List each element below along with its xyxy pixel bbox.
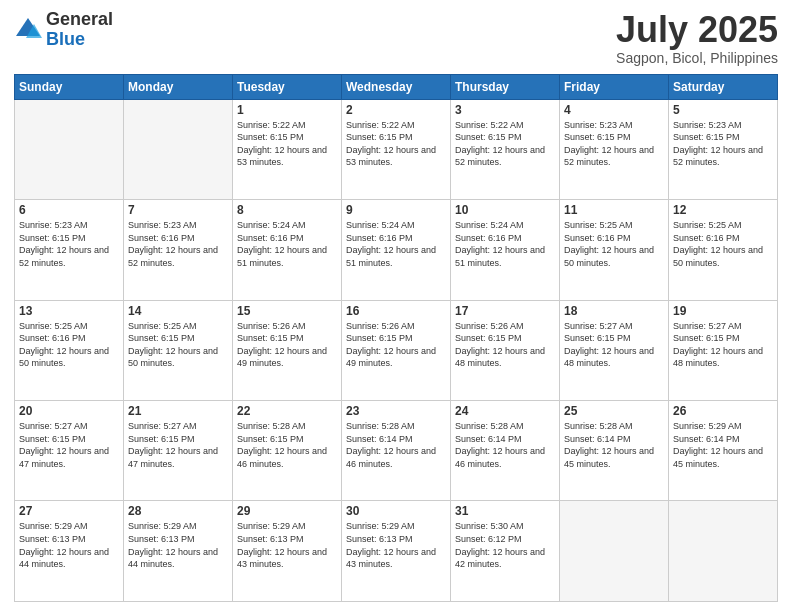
day-info: Sunrise: 5:24 AM Sunset: 6:16 PM Dayligh… bbox=[237, 219, 337, 269]
calendar-cell: 18Sunrise: 5:27 AM Sunset: 6:15 PM Dayli… bbox=[560, 300, 669, 400]
calendar-cell: 26Sunrise: 5:29 AM Sunset: 6:14 PM Dayli… bbox=[669, 401, 778, 501]
day-number: 8 bbox=[237, 203, 337, 217]
col-friday: Friday bbox=[560, 74, 669, 99]
day-number: 28 bbox=[128, 504, 228, 518]
day-info: Sunrise: 5:23 AM Sunset: 6:15 PM Dayligh… bbox=[19, 219, 119, 269]
day-info: Sunrise: 5:26 AM Sunset: 6:15 PM Dayligh… bbox=[455, 320, 555, 370]
calendar-week-row: 6Sunrise: 5:23 AM Sunset: 6:15 PM Daylig… bbox=[15, 200, 778, 300]
day-info: Sunrise: 5:29 AM Sunset: 6:13 PM Dayligh… bbox=[128, 520, 228, 570]
calendar-cell: 3Sunrise: 5:22 AM Sunset: 6:15 PM Daylig… bbox=[451, 99, 560, 199]
day-number: 12 bbox=[673, 203, 773, 217]
day-number: 22 bbox=[237, 404, 337, 418]
calendar-cell bbox=[124, 99, 233, 199]
calendar-cell: 6Sunrise: 5:23 AM Sunset: 6:15 PM Daylig… bbox=[15, 200, 124, 300]
logo-text: General Blue bbox=[46, 10, 113, 50]
calendar-cell: 19Sunrise: 5:27 AM Sunset: 6:15 PM Dayli… bbox=[669, 300, 778, 400]
day-info: Sunrise: 5:24 AM Sunset: 6:16 PM Dayligh… bbox=[455, 219, 555, 269]
day-info: Sunrise: 5:27 AM Sunset: 6:15 PM Dayligh… bbox=[19, 420, 119, 470]
col-saturday: Saturday bbox=[669, 74, 778, 99]
calendar-cell: 8Sunrise: 5:24 AM Sunset: 6:16 PM Daylig… bbox=[233, 200, 342, 300]
day-number: 20 bbox=[19, 404, 119, 418]
day-number: 15 bbox=[237, 304, 337, 318]
day-number: 11 bbox=[564, 203, 664, 217]
col-sunday: Sunday bbox=[15, 74, 124, 99]
day-info: Sunrise: 5:29 AM Sunset: 6:14 PM Dayligh… bbox=[673, 420, 773, 470]
calendar-week-row: 27Sunrise: 5:29 AM Sunset: 6:13 PM Dayli… bbox=[15, 501, 778, 602]
calendar-cell: 15Sunrise: 5:26 AM Sunset: 6:15 PM Dayli… bbox=[233, 300, 342, 400]
day-number: 30 bbox=[346, 504, 446, 518]
calendar-cell: 23Sunrise: 5:28 AM Sunset: 6:14 PM Dayli… bbox=[342, 401, 451, 501]
logo-icon bbox=[14, 16, 42, 44]
day-number: 10 bbox=[455, 203, 555, 217]
day-info: Sunrise: 5:22 AM Sunset: 6:15 PM Dayligh… bbox=[455, 119, 555, 169]
day-info: Sunrise: 5:29 AM Sunset: 6:13 PM Dayligh… bbox=[346, 520, 446, 570]
calendar-cell: 16Sunrise: 5:26 AM Sunset: 6:15 PM Dayli… bbox=[342, 300, 451, 400]
calendar-week-row: 20Sunrise: 5:27 AM Sunset: 6:15 PM Dayli… bbox=[15, 401, 778, 501]
day-number: 6 bbox=[19, 203, 119, 217]
calendar-cell: 28Sunrise: 5:29 AM Sunset: 6:13 PM Dayli… bbox=[124, 501, 233, 602]
calendar-cell: 1Sunrise: 5:22 AM Sunset: 6:15 PM Daylig… bbox=[233, 99, 342, 199]
day-number: 5 bbox=[673, 103, 773, 117]
day-info: Sunrise: 5:27 AM Sunset: 6:15 PM Dayligh… bbox=[564, 320, 664, 370]
day-number: 18 bbox=[564, 304, 664, 318]
logo-blue-text: Blue bbox=[46, 30, 113, 50]
day-info: Sunrise: 5:24 AM Sunset: 6:16 PM Dayligh… bbox=[346, 219, 446, 269]
day-info: Sunrise: 5:23 AM Sunset: 6:15 PM Dayligh… bbox=[564, 119, 664, 169]
day-number: 2 bbox=[346, 103, 446, 117]
day-number: 29 bbox=[237, 504, 337, 518]
day-info: Sunrise: 5:28 AM Sunset: 6:15 PM Dayligh… bbox=[237, 420, 337, 470]
calendar-cell bbox=[560, 501, 669, 602]
day-info: Sunrise: 5:26 AM Sunset: 6:15 PM Dayligh… bbox=[237, 320, 337, 370]
day-info: Sunrise: 5:25 AM Sunset: 6:16 PM Dayligh… bbox=[564, 219, 664, 269]
day-number: 4 bbox=[564, 103, 664, 117]
col-monday: Monday bbox=[124, 74, 233, 99]
calendar-cell: 31Sunrise: 5:30 AM Sunset: 6:12 PM Dayli… bbox=[451, 501, 560, 602]
day-number: 9 bbox=[346, 203, 446, 217]
calendar-cell: 17Sunrise: 5:26 AM Sunset: 6:15 PM Dayli… bbox=[451, 300, 560, 400]
month-title: July 2025 bbox=[616, 10, 778, 50]
day-number: 1 bbox=[237, 103, 337, 117]
day-info: Sunrise: 5:30 AM Sunset: 6:12 PM Dayligh… bbox=[455, 520, 555, 570]
day-info: Sunrise: 5:22 AM Sunset: 6:15 PM Dayligh… bbox=[346, 119, 446, 169]
calendar-cell bbox=[669, 501, 778, 602]
day-number: 26 bbox=[673, 404, 773, 418]
day-info: Sunrise: 5:22 AM Sunset: 6:15 PM Dayligh… bbox=[237, 119, 337, 169]
calendar-cell: 29Sunrise: 5:29 AM Sunset: 6:13 PM Dayli… bbox=[233, 501, 342, 602]
calendar-cell bbox=[15, 99, 124, 199]
day-info: Sunrise: 5:28 AM Sunset: 6:14 PM Dayligh… bbox=[346, 420, 446, 470]
day-info: Sunrise: 5:25 AM Sunset: 6:16 PM Dayligh… bbox=[19, 320, 119, 370]
calendar-header-row: Sunday Monday Tuesday Wednesday Thursday… bbox=[15, 74, 778, 99]
calendar-cell: 10Sunrise: 5:24 AM Sunset: 6:16 PM Dayli… bbox=[451, 200, 560, 300]
location-subtitle: Sagpon, Bicol, Philippines bbox=[616, 50, 778, 66]
calendar-cell: 20Sunrise: 5:27 AM Sunset: 6:15 PM Dayli… bbox=[15, 401, 124, 501]
day-info: Sunrise: 5:28 AM Sunset: 6:14 PM Dayligh… bbox=[455, 420, 555, 470]
day-number: 16 bbox=[346, 304, 446, 318]
day-info: Sunrise: 5:27 AM Sunset: 6:15 PM Dayligh… bbox=[128, 420, 228, 470]
day-number: 7 bbox=[128, 203, 228, 217]
calendar-week-row: 1Sunrise: 5:22 AM Sunset: 6:15 PM Daylig… bbox=[15, 99, 778, 199]
calendar-table: Sunday Monday Tuesday Wednesday Thursday… bbox=[14, 74, 778, 602]
day-info: Sunrise: 5:26 AM Sunset: 6:15 PM Dayligh… bbox=[346, 320, 446, 370]
calendar-cell: 14Sunrise: 5:25 AM Sunset: 6:15 PM Dayli… bbox=[124, 300, 233, 400]
calendar-cell: 11Sunrise: 5:25 AM Sunset: 6:16 PM Dayli… bbox=[560, 200, 669, 300]
calendar-week-row: 13Sunrise: 5:25 AM Sunset: 6:16 PM Dayli… bbox=[15, 300, 778, 400]
day-number: 13 bbox=[19, 304, 119, 318]
col-wednesday: Wednesday bbox=[342, 74, 451, 99]
day-number: 23 bbox=[346, 404, 446, 418]
calendar-cell: 5Sunrise: 5:23 AM Sunset: 6:15 PM Daylig… bbox=[669, 99, 778, 199]
day-info: Sunrise: 5:29 AM Sunset: 6:13 PM Dayligh… bbox=[19, 520, 119, 570]
day-info: Sunrise: 5:23 AM Sunset: 6:15 PM Dayligh… bbox=[673, 119, 773, 169]
logo: General Blue bbox=[14, 10, 113, 50]
day-number: 24 bbox=[455, 404, 555, 418]
day-number: 25 bbox=[564, 404, 664, 418]
day-info: Sunrise: 5:25 AM Sunset: 6:16 PM Dayligh… bbox=[673, 219, 773, 269]
day-info: Sunrise: 5:29 AM Sunset: 6:13 PM Dayligh… bbox=[237, 520, 337, 570]
calendar-cell: 9Sunrise: 5:24 AM Sunset: 6:16 PM Daylig… bbox=[342, 200, 451, 300]
logo-general-text: General bbox=[46, 10, 113, 30]
day-number: 14 bbox=[128, 304, 228, 318]
day-number: 3 bbox=[455, 103, 555, 117]
day-info: Sunrise: 5:23 AM Sunset: 6:16 PM Dayligh… bbox=[128, 219, 228, 269]
title-block: July 2025 Sagpon, Bicol, Philippines bbox=[616, 10, 778, 66]
day-number: 27 bbox=[19, 504, 119, 518]
calendar-cell: 4Sunrise: 5:23 AM Sunset: 6:15 PM Daylig… bbox=[560, 99, 669, 199]
